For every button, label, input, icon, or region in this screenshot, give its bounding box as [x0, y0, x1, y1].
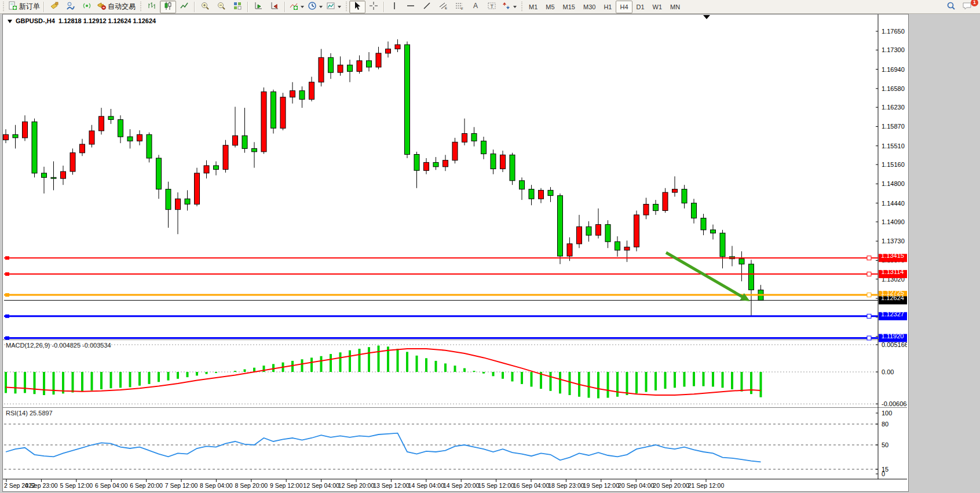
svg-text:-0.006064: -0.006064 — [882, 400, 907, 407]
line-chart-button[interactable] — [176, 1, 192, 13]
crosshair-icon — [369, 1, 378, 12]
new-order-button[interactable]: 新订单 — [6, 1, 42, 13]
clock-icon — [308, 1, 317, 12]
horizontal-line-icon — [406, 1, 415, 12]
auto-scroll-button[interactable] — [250, 1, 266, 13]
svg-text:7 Sep 12:00: 7 Sep 12:00 — [165, 482, 198, 489]
candlestick-chart-button[interactable] — [160, 1, 176, 13]
svg-text:100: 100 — [882, 410, 892, 417]
cursor-button[interactable] — [349, 1, 365, 13]
indicators-button[interactable] — [287, 1, 306, 13]
chevron-down-icon — [513, 6, 517, 8]
vertical-line-icon — [390, 1, 399, 12]
text-label-button[interactable]: T — [484, 1, 500, 13]
zoom-in-button[interactable] — [197, 1, 213, 13]
data-window-button[interactable] — [63, 1, 79, 13]
search-button[interactable] — [943, 1, 959, 13]
market-watch-button[interactable] — [46, 1, 63, 13]
profile-chart-icon — [66, 1, 75, 12]
tab-timeframe-h1[interactable]: H1 — [599, 1, 616, 13]
svg-text:8 Sep 20:00: 8 Sep 20:00 — [235, 482, 268, 489]
toolbar-grip — [345, 2, 348, 12]
bar-chart-icon — [147, 1, 156, 12]
channel-icon: E — [438, 1, 448, 12]
tile-windows-button[interactable] — [229, 1, 246, 13]
tab-timeframe-mn[interactable]: MN — [666, 1, 684, 13]
templates-button[interactable] — [324, 1, 343, 13]
svg-text:6 Sep 20:00: 6 Sep 20:00 — [130, 482, 163, 489]
auto-trading-button[interactable]: 自动交易 — [95, 1, 137, 13]
periods-button[interactable] — [306, 1, 324, 13]
rsi-indicator-label: RSI(14) 25.5897 — [6, 410, 53, 417]
svg-text:19 Sep 12:00: 19 Sep 12:00 — [583, 482, 620, 489]
macd-indicator-label: MACD(12,26,9) -0.004825 -0.003534 — [6, 342, 111, 349]
svg-text:5 Sep 12:00: 5 Sep 12:00 — [60, 482, 93, 489]
svg-text:80: 80 — [882, 421, 888, 428]
auto-trading-label: 自动交易 — [108, 2, 136, 12]
fibonacci-button[interactable]: F — [451, 1, 467, 13]
toolbar-grip — [520, 2, 523, 12]
quote-dropdown-icon[interactable] — [8, 20, 12, 23]
chart-canvas[interactable]: 1.176501.173001.169401.165801.162301.158… — [3, 14, 907, 490]
svg-text:12 Sep 20:00: 12 Sep 20:00 — [338, 482, 375, 489]
chevron-down-icon — [301, 6, 304, 8]
signal-button[interactable] — [79, 1, 95, 13]
tab-timeframe-m5[interactable]: M5 — [542, 1, 558, 13]
svg-text:1.14090: 1.14090 — [882, 218, 905, 225]
tab-timeframe-m1[interactable]: M1 — [525, 1, 542, 13]
tab-timeframe-h4[interactable]: H4 — [616, 1, 632, 13]
svg-text:0: 0 — [882, 470, 885, 477]
signal-icon — [82, 1, 92, 12]
text-button[interactable]: A — [467, 1, 484, 13]
svg-text:1.16940: 1.16940 — [882, 66, 905, 73]
trendline-button[interactable] — [419, 1, 435, 13]
svg-text:E: E — [445, 6, 447, 10]
zoom-out-button[interactable] — [213, 1, 229, 13]
trendline-icon — [422, 1, 432, 12]
crosshair-button[interactable] — [365, 1, 382, 13]
candlestick-chart-icon — [163, 1, 173, 12]
svg-text:1.11920: 1.11920 — [882, 333, 904, 339]
svg-text:20 Sep 20:00: 20 Sep 20:00 — [653, 482, 689, 489]
auto-trading-icon — [97, 1, 106, 12]
tab-timeframe-m15[interactable]: M15 — [559, 1, 579, 13]
notification-count-badge: 1 — [971, 0, 978, 6]
chevron-down-icon — [319, 6, 323, 8]
tab-timeframe-w1[interactable]: W1 — [649, 1, 667, 13]
toolbar-grip — [2, 2, 5, 12]
svg-text:18 Sep 23:00: 18 Sep 23:00 — [548, 482, 584, 489]
toolbar-separator — [43, 2, 45, 12]
arrows-icon — [502, 1, 511, 12]
svg-text:1.14440: 1.14440 — [882, 200, 905, 207]
svg-text:1.13114: 1.13114 — [882, 268, 904, 275]
tab-timeframe-d1[interactable]: D1 — [632, 1, 649, 13]
tab-timeframe-m30[interactable]: M30 — [579, 1, 599, 13]
svg-text:13 Sep 12:00: 13 Sep 12:00 — [373, 482, 409, 489]
arrows-button[interactable] — [500, 1, 518, 13]
bar-chart-button[interactable] — [144, 1, 160, 13]
svg-text:12 Sep 04:00: 12 Sep 04:00 — [303, 482, 339, 489]
horizontal-line-button[interactable] — [403, 1, 419, 13]
svg-text:8 Sep 04:00: 8 Sep 04:00 — [200, 482, 233, 489]
svg-text:0.00: 0.00 — [882, 368, 894, 375]
zoom-in-icon — [200, 1, 210, 12]
equidistant-channel-button[interactable]: E — [435, 1, 451, 13]
svg-text:20 Sep 04:00: 20 Sep 04:00 — [618, 482, 654, 489]
main-toolbar: 新订单 自动交易 E F A T — [0, 0, 980, 14]
line-chart-icon — [180, 1, 189, 12]
chart-shift-button[interactable] — [266, 1, 283, 13]
notifications-button[interactable]: 1 — [959, 1, 975, 13]
svg-text:9 Sep 12:00: 9 Sep 12:00 — [270, 482, 303, 489]
zoom-out-icon — [217, 1, 226, 12]
svg-text:1.12327: 1.12327 — [881, 311, 904, 317]
svg-text:1.15510: 1.15510 — [882, 143, 905, 149]
template-icon — [326, 1, 335, 12]
svg-text:0.005166: 0.005166 — [882, 341, 907, 348]
new-order-icon — [8, 1, 17, 12]
toolbar-separator — [284, 2, 286, 12]
vertical-line-button[interactable] — [386, 1, 403, 13]
svg-text:15 Sep 12:00: 15 Sep 12:00 — [478, 482, 514, 489]
svg-text:1.13415: 1.13415 — [881, 252, 904, 259]
svg-text:1.14800: 1.14800 — [882, 180, 905, 187]
chart-window[interactable]: 1.176501.173001.169401.165801.162301.158… — [2, 14, 909, 492]
